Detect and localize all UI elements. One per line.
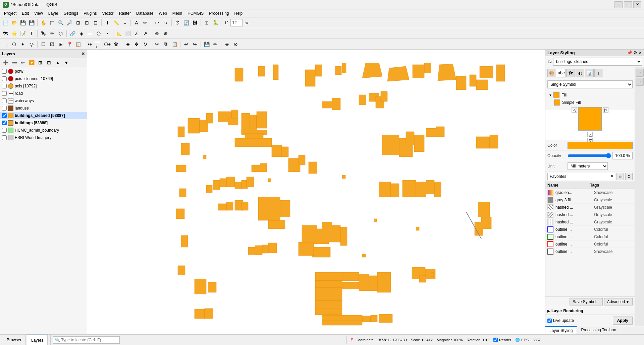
tb-digitize[interactable]: ✏ [141, 19, 149, 27]
tb-add-line[interactable]: —+ [95, 40, 103, 48]
tab-blending[interactable]: ◐ [576, 69, 584, 77]
symbol-list-item-0[interactable]: gradien...Showcase [545, 189, 635, 196]
close-panel-btn[interactable]: ✕ [638, 50, 642, 55]
layer-checkbox-pofw[interactable] [2, 69, 7, 74]
settings-icon[interactable]: ⚙ [633, 50, 637, 55]
layer-checkbox-esri_world[interactable] [2, 135, 7, 140]
tb-select-radius[interactable]: ◎ [28, 40, 36, 48]
apply-button[interactable]: Apply [613, 317, 633, 325]
layer-checkbox-pois[interactable] [2, 84, 7, 88]
layer-checkbox-waterways[interactable] [2, 98, 7, 103]
symbol-list-item-6[interactable]: outline ...Colorful [545, 233, 635, 240]
layers-edit[interactable]: ✏ [19, 59, 27, 67]
tb-redo[interactable]: ↪ [162, 19, 170, 27]
layer-checkbox-pois_cleaned[interactable] [2, 76, 7, 81]
layer-checkbox-road[interactable] [2, 91, 7, 96]
tb-save-edits[interactable]: 💾 [203, 40, 211, 48]
menu-raster[interactable]: Raster [116, 9, 133, 17]
opacity-value[interactable] [612, 152, 633, 159]
tb-gps[interactable]: 🛰 [39, 29, 47, 38]
layer-checkbox-hcmc_admin[interactable] [2, 128, 7, 133]
tb-measure2[interactable]: 📐 [115, 29, 123, 38]
tb-time[interactable]: ⏱ [173, 19, 181, 27]
favorites-clear-icon[interactable]: ✕ [610, 174, 614, 179]
preview-right-btn[interactable]: ▷ [603, 107, 608, 113]
favorites-star-btn[interactable]: ☆ [616, 173, 624, 180]
favorites-settings-btn[interactable]: ⚙ [625, 173, 633, 180]
menu-processing[interactable]: Processing [206, 9, 231, 17]
layer-checkbox-landuse[interactable] [2, 106, 7, 111]
tb-select-rect[interactable]: ⬚ [1, 40, 9, 48]
tb-invert-select[interactable]: ⊞ [57, 40, 65, 48]
menu-view[interactable]: View [32, 9, 46, 17]
tab-browser[interactable]: Browser [3, 335, 26, 345]
tb-label[interactable]: A [132, 19, 141, 27]
tb-digitize2[interactable]: ✏ [48, 29, 56, 38]
tb-point-edit[interactable]: • [103, 29, 111, 38]
tb-select-poly[interactable]: ⬠ [10, 40, 18, 48]
render-checkbox[interactable] [493, 338, 498, 342]
tb-redo2[interactable]: ↪ [191, 40, 199, 48]
symbol-list-item-7[interactable]: outline ...Colorful [545, 240, 635, 248]
tb-deselect-all[interactable]: ☐ [39, 40, 47, 48]
layer-item-landuse[interactable]: landuse [0, 105, 87, 112]
tb-move-feature[interactable]: ✥ [132, 40, 141, 48]
menu-project[interactable]: Project [1, 9, 19, 17]
tb-measure[interactable]: 📏 [112, 19, 120, 27]
tab-metadata[interactable]: i [594, 69, 603, 77]
tb-bookmark[interactable]: ⭐ [10, 29, 18, 38]
favorites-search-input[interactable] [547, 173, 615, 180]
minimize-button[interactable]: — [614, 1, 623, 8]
layers-down[interactable]: ▼ [62, 59, 70, 67]
tb-zoom-selected[interactable]: ⊟ [92, 19, 100, 27]
tb-delete-ring[interactable]: ⊗ [153, 29, 161, 38]
tb-add-point[interactable]: •+ [86, 40, 94, 48]
unit-select[interactable]: Millimeters Pixels Map units [568, 162, 608, 170]
tb-statistics[interactable]: Σ [203, 19, 211, 27]
tab-processing-toolbox[interactable]: Processing Toolbox [577, 326, 620, 334]
symbol-list-item-2[interactable]: hashed ...Grayscale [545, 204, 635, 211]
tb-angle[interactable]: ∠ [132, 29, 141, 38]
tb-select-free[interactable]: ✦ [19, 40, 27, 48]
tb-copy[interactable]: ⧉ [162, 40, 170, 48]
layers-expand[interactable]: ⊞ [36, 59, 44, 67]
tb-text[interactable]: T [28, 29, 36, 38]
tb-vertex[interactable]: ◈ [77, 29, 85, 38]
menu-edit[interactable]: Edit [19, 9, 32, 17]
menu-plugins[interactable]: Plugins [81, 9, 99, 17]
tab-3d[interactable]: 🗺 [566, 69, 575, 77]
tb-new[interactable]: 📄 [1, 19, 9, 27]
locate-search-input[interactable] [53, 336, 120, 344]
live-update-checkbox[interactable] [547, 319, 552, 323]
menu-hcmgis[interactable]: HCMGIS [185, 9, 206, 17]
tb-del-feature[interactable]: 🗑 [112, 40, 120, 48]
tb-identify[interactable]: ℹ [103, 19, 111, 27]
menu-settings[interactable]: Settings [61, 9, 81, 17]
layer-item-road[interactable]: road [0, 90, 87, 97]
tb-canvas[interactable]: 🖼 [191, 19, 199, 27]
tb-split[interactable]: ⊗ [232, 40, 240, 48]
tb-snap[interactable]: 🔗 [68, 29, 76, 38]
tb-select-all[interactable]: ☑ [48, 40, 56, 48]
close-button[interactable]: ✕ [633, 1, 641, 8]
tab-layers[interactable]: Layers [27, 335, 48, 345]
layer-item-buildings_cleaned[interactable]: buildings_cleaned [53887] [0, 112, 87, 119]
symbol-type-select[interactable]: Single Symbol Categorized Graduated Rule… [547, 80, 633, 88]
tb-select-location[interactable]: 📍 [65, 40, 73, 48]
layers-collapse[interactable]: ⊟ [45, 59, 53, 67]
map-canvas[interactable] [87, 50, 545, 334]
font-size-input[interactable] [230, 19, 243, 26]
tree-simple-fill-item[interactable]: Simple Fill [547, 99, 633, 106]
tb-area[interactable]: ⬜ [124, 29, 132, 38]
tb-select[interactable]: ⬚ [48, 19, 56, 27]
tb-save-as[interactable]: 💾 [28, 19, 36, 27]
symbol-list-item-4[interactable]: hashed ...Grayscale [545, 218, 635, 226]
layers-remove[interactable]: ➖ [10, 59, 18, 67]
layer-item-pofw[interactable]: pofw [0, 68, 87, 75]
preview-top-btn[interactable]: △ [587, 132, 593, 137]
tb-edit-geom[interactable]: ⬡ [57, 29, 65, 38]
tb-merge[interactable]: ⊕ [223, 40, 231, 48]
tab-histgram[interactable]: 📊 [585, 69, 594, 77]
tb-zoom-layer[interactable]: ⊡ [83, 19, 91, 27]
layers-add[interactable]: ➕ [1, 59, 9, 67]
